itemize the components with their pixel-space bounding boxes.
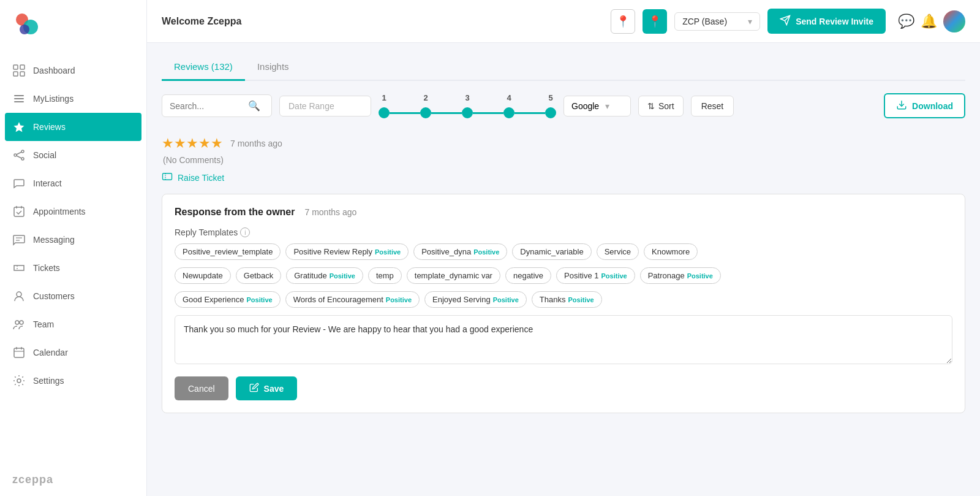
date-range-picker[interactable]: Date Range	[279, 96, 371, 116]
search-icon: 🔍	[248, 100, 260, 112]
template-tag[interactable]: temp	[368, 267, 402, 284]
svg-rect-25	[14, 348, 24, 357]
chat-bubble-icon[interactable]: 💬	[898, 13, 914, 29]
list-icon	[12, 92, 26, 105]
response-box: Response from the owner 7 months ago Rep…	[162, 194, 965, 413]
platform-select[interactable]: Google ▾	[564, 96, 631, 116]
calendar-check-icon	[12, 205, 26, 218]
app-logo	[12, 11, 42, 40]
step-3-circle[interactable]	[462, 107, 473, 118]
template-tag[interactable]: Words of Encouragement Positive	[285, 291, 420, 308]
svg-point-29	[17, 379, 21, 383]
step-1-circle[interactable]	[379, 107, 390, 118]
welcome-message: Welcome Zceppa	[162, 16, 603, 27]
sidebar-item-messaging[interactable]: Messaging	[0, 226, 146, 254]
sidebar-item-calendar[interactable]: Calendar	[0, 338, 146, 367]
template-tag[interactable]: Gratitude Positive	[286, 267, 363, 284]
ticket-icon	[12, 261, 26, 275]
step-line-2	[431, 112, 462, 114]
template-tag-service[interactable]: Service	[597, 243, 639, 260]
step-num-4: 4	[503, 93, 514, 102]
tab-insights[interactable]: Insights	[245, 55, 301, 81]
user-avatar[interactable]	[943, 10, 965, 32]
step-line-4	[514, 112, 545, 114]
star-icon	[12, 120, 26, 134]
sidebar-item-customers[interactable]: Customers	[0, 282, 146, 310]
message-icon	[12, 233, 26, 246]
svg-rect-7	[14, 95, 24, 96]
info-icon: i	[240, 227, 250, 237]
response-title: Response from the owner	[175, 207, 295, 218]
sidebar-item-label: Social	[33, 150, 56, 160]
send-review-invite-button[interactable]: Send Review Invite	[767, 9, 886, 34]
response-actions: Cancel Save	[175, 376, 952, 400]
template-tag[interactable]: Knowmore	[644, 243, 698, 260]
calendar-icon	[12, 346, 26, 359]
step-2-circle[interactable]	[420, 107, 431, 118]
response-textarea[interactable]: Thank you so much for your Review - We a…	[175, 315, 952, 364]
template-tag[interactable]: Positive Review Reply Positive	[285, 243, 409, 260]
chevron-down-icon: ▾	[748, 17, 752, 26]
gear-icon	[12, 374, 26, 387]
svg-rect-9	[14, 101, 24, 102]
template-tag[interactable]: Dynamic_variable	[512, 243, 591, 260]
svg-rect-6	[20, 72, 24, 76]
search-box: 🔍	[162, 94, 272, 117]
share-icon	[12, 148, 26, 162]
sidebar-item-settings[interactable]: Settings	[0, 367, 146, 395]
step-track	[379, 107, 556, 118]
template-tag[interactable]: Newupdate	[175, 267, 231, 284]
sidebar-item-label: Tickets	[33, 263, 60, 273]
step-4-circle[interactable]	[503, 107, 514, 118]
step-5-circle[interactable]	[545, 107, 556, 118]
chevron-down-icon: ▾	[605, 101, 609, 111]
location-pin-filled-button[interactable]: 📍	[643, 9, 667, 34]
raise-ticket-link[interactable]: Raise Ticket	[162, 171, 965, 184]
sidebar-item-label: Dashboard	[33, 66, 75, 75]
template-tag[interactable]: template_dynamic var	[407, 267, 500, 284]
chat-icon	[12, 177, 26, 190]
location-pin-outline-button[interactable]: 📍	[611, 9, 635, 34]
sidebar-item-dashboard[interactable]: Dashboard	[0, 56, 146, 85]
sidebar-item-social[interactable]: Social	[0, 141, 146, 169]
cancel-button[interactable]: Cancel	[175, 376, 228, 400]
template-tag[interactable]: Getback	[236, 267, 281, 284]
sidebar-item-interact[interactable]: Interact	[0, 169, 146, 197]
notification-bell-icon[interactable]: 🔔	[921, 13, 937, 29]
template-tag[interactable]: Patronage Positive	[640, 267, 721, 284]
svg-point-12	[14, 154, 17, 156]
sidebar-item-appointments[interactable]: Appointments	[0, 197, 146, 226]
sidebar-item-tickets[interactable]: Tickets	[0, 254, 146, 282]
sort-button[interactable]: ⇅ Sort	[638, 96, 684, 116]
template-tag[interactable]: Positive_dyna Positive	[413, 243, 507, 260]
filters-row: 🔍 Date Range 1 2 3 4 5	[162, 93, 965, 118]
tab-reviews[interactable]: Reviews (132)	[162, 55, 245, 81]
template-tag[interactable]: Enjoyed Serving Positive	[424, 291, 527, 308]
template-tag[interactable]: Positive 1 Positive	[556, 267, 635, 284]
no-comments-text: (No Comments)	[163, 155, 965, 165]
team-icon	[12, 318, 26, 331]
template-tag[interactable]: Good Experience Positive	[175, 291, 281, 308]
download-button[interactable]: Download	[884, 93, 965, 118]
step-num-2: 2	[420, 93, 431, 102]
sidebar: Dashboard MyListings Reviews Social	[0, 0, 147, 496]
svg-line-15	[17, 156, 21, 158]
template-tags-row-1: Positive_review_template Positive Review…	[175, 243, 952, 260]
template-tag[interactable]: Thanks Positive	[532, 291, 602, 308]
sidebar-item-label: Team	[33, 319, 54, 329]
review-time: 7 months ago	[230, 139, 282, 148]
sidebar-item-reviews[interactable]: Reviews	[5, 113, 141, 141]
template-tag[interactable]: negative	[505, 267, 551, 284]
svg-rect-8	[14, 98, 24, 99]
template-tag[interactable]: Positive_review_template	[175, 243, 281, 260]
save-button[interactable]: Save	[236, 376, 298, 400]
location-selector[interactable]: ZCP (Base) ▾	[674, 12, 760, 31]
svg-rect-16	[14, 207, 24, 216]
star-steps-container: 1 2 3 4 5	[379, 93, 556, 118]
svg-line-14	[17, 152, 21, 155]
reset-button[interactable]: Reset	[691, 96, 734, 116]
sidebar-item-team[interactable]: Team	[0, 310, 146, 338]
sidebar-item-mylistings[interactable]: MyListings	[0, 85, 146, 113]
sidebar-item-label: Calendar	[33, 348, 68, 357]
search-input[interactable]	[170, 101, 243, 111]
